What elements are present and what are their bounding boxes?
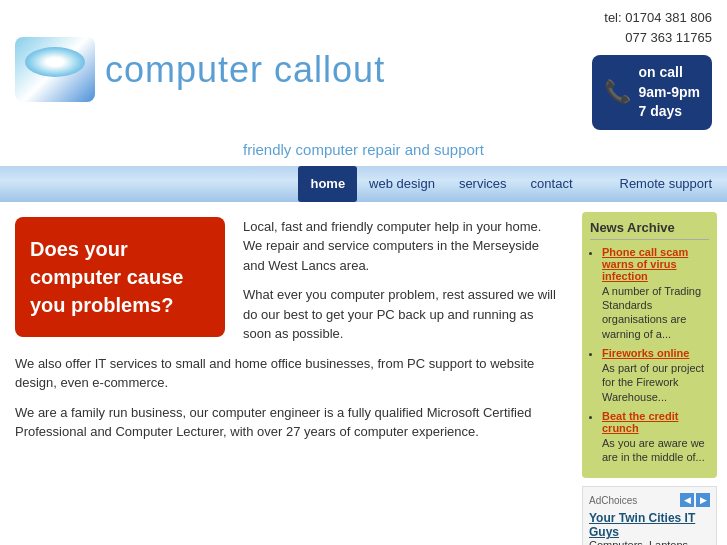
tagline: friendly computer repair and support — [0, 135, 727, 166]
content: Does your computer cause you problems? L… — [0, 202, 572, 545]
paragraphs-below: We also offer IT services to small and h… — [15, 354, 557, 442]
news-archive-title: News Archive — [590, 220, 709, 240]
news-link-1[interactable]: Phone call scam warns of virus infection — [602, 246, 688, 282]
news-list: Phone call scam warns of virus infection… — [590, 246, 709, 465]
header: computer callout tel: 01704 381 806 077 … — [0, 0, 727, 135]
ad-next-button[interactable]: ▶ — [696, 493, 710, 507]
logo-image — [15, 37, 95, 102]
nav-webdesign[interactable]: web design — [357, 166, 447, 202]
remote-support-link[interactable]: Remote support — [605, 176, 728, 191]
news-archive: News Archive Phone call scam warns of vi… — [582, 212, 717, 479]
oncall-badge: 📞 on call 9am-9pm 7 days — [592, 55, 712, 130]
adchoices-header: AdChoices ◀ ▶ — [589, 493, 710, 507]
news-item-1: Phone call scam warns of virus infection… — [602, 246, 709, 341]
main-area: Does your computer cause you problems? L… — [0, 202, 727, 545]
phone-2: 077 363 11765 — [625, 30, 712, 45]
news-item-3: Beat the credit crunch As you are aware … — [602, 410, 709, 465]
oncall-text: on call 9am-9pm 7 days — [639, 63, 700, 122]
news-link-2[interactable]: Fireworks online — [602, 347, 689, 359]
adchoices-nav: ◀ ▶ — [680, 493, 710, 507]
news-text-2: As part of our project for the Firework … — [602, 361, 709, 404]
logo-text: computer callout — [105, 49, 385, 91]
nav-links: home web design services contact — [0, 166, 605, 202]
phone-icon: 📞 — [604, 79, 631, 105]
adchoices-box: AdChoices ◀ ▶ Your Twin Cities IT Guys C… — [582, 486, 717, 545]
news-text-1: A number of Trading Standards organisati… — [602, 284, 709, 341]
ad-subtitle: Computers, Laptops, — [589, 539, 710, 545]
navbar: home web design services contact Remote … — [0, 166, 727, 202]
news-link-3[interactable]: Beat the credit crunch — [602, 410, 678, 434]
adchoices-label: AdChoices — [589, 495, 637, 506]
right-header: tel: 01704 381 806 077 363 11765 📞 on ca… — [592, 10, 712, 130]
content-inner: Does your computer cause you problems? L… — [15, 217, 557, 354]
ad-title[interactable]: Your Twin Cities IT Guys — [589, 511, 710, 539]
news-text-3: As you are aware we are in the middle of… — [602, 436, 709, 465]
sidebar: News Archive Phone call scam warns of vi… — [572, 202, 727, 545]
nav-services[interactable]: services — [447, 166, 519, 202]
ad-prev-button[interactable]: ◀ — [680, 493, 694, 507]
red-callout-box: Does your computer cause you problems? — [15, 217, 225, 337]
news-item-2: Fireworks online As part of our project … — [602, 347, 709, 404]
paragraph-3: We also offer IT services to small and h… — [15, 354, 557, 393]
logo-area: computer callout — [15, 37, 385, 102]
paragraph-4: We are a family run business, our comput… — [15, 403, 557, 442]
nav-home[interactable]: home — [298, 166, 357, 202]
phone-1: tel: 01704 381 806 — [604, 10, 712, 25]
nav-contact[interactable]: contact — [519, 166, 585, 202]
